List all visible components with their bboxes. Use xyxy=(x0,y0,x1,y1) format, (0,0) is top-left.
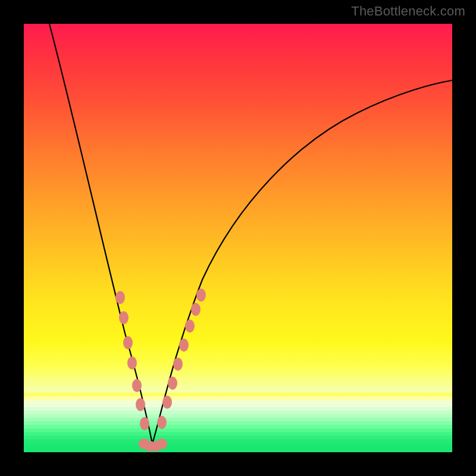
dot xyxy=(119,311,129,324)
dot xyxy=(173,358,183,371)
dot xyxy=(115,291,125,304)
dot xyxy=(157,416,167,429)
dot xyxy=(156,439,167,449)
chart-svg xyxy=(24,24,452,452)
chart-container: TheBottleneck.com xyxy=(0,0,476,476)
dot xyxy=(140,417,149,430)
curve-right xyxy=(152,80,452,444)
dot xyxy=(179,339,189,352)
dot xyxy=(196,289,206,302)
plot-area xyxy=(24,24,452,452)
dot xyxy=(185,320,195,333)
dot xyxy=(162,396,172,409)
dot xyxy=(168,377,177,390)
watermark-text: TheBottleneck.com xyxy=(351,4,465,19)
dot xyxy=(127,356,137,369)
dot xyxy=(191,303,201,316)
dots-right-group xyxy=(157,289,206,429)
dot xyxy=(123,336,133,349)
dot xyxy=(132,379,142,392)
dot xyxy=(136,398,145,411)
